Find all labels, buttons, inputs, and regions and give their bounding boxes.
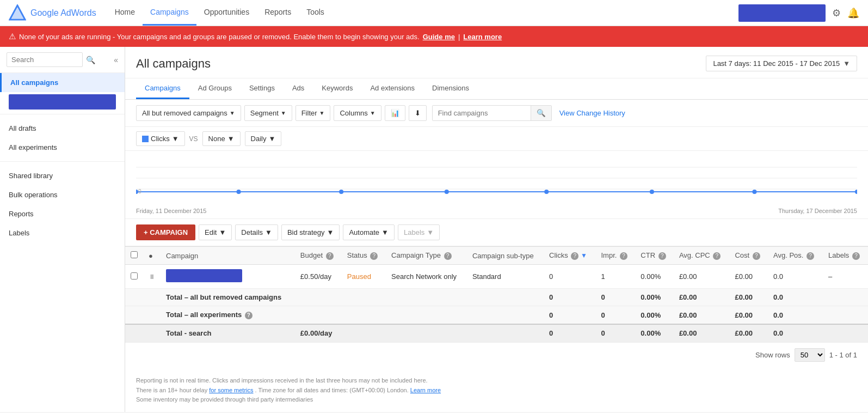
chart-controls: Clicks ▼ VS None ▼ Daily ▼	[125, 127, 868, 151]
sidebar-item-all-campaigns[interactable]: All campaigns	[0, 73, 125, 92]
total-row-1-subtype	[467, 289, 544, 306]
learn-more-link[interactable]: Learn more	[463, 33, 502, 41]
campaigns-table: ● Campaign Budget ? Status ? Campaign Ty	[125, 246, 868, 342]
avg-cpc-help-icon[interactable]: ?	[713, 252, 721, 260]
budget-help-icon[interactable]: ?	[326, 252, 334, 260]
total-row-2-status	[342, 306, 386, 325]
labels-col-header[interactable]: Labels ?	[823, 247, 868, 265]
clicks-col-header[interactable]: Clicks ? ▼	[544, 247, 595, 265]
sidebar-campaign-block[interactable]	[9, 94, 116, 110]
campaign-name-block[interactable]	[166, 269, 242, 282]
sidebar-item-labels[interactable]: Labels	[0, 223, 125, 242]
details-arrow: ▼	[265, 228, 272, 236]
row-campaign-name-cell[interactable]	[161, 265, 295, 289]
ctr-help-icon[interactable]: ?	[658, 252, 666, 260]
avg-pos-col-label: Avg. Pos.	[773, 251, 803, 259]
interval-btn[interactable]: Daily ▼	[245, 131, 282, 146]
settings-icon[interactable]: ⚙	[832, 7, 841, 19]
download-btn[interactable]: ⬇	[409, 105, 427, 121]
metric1-arrow: ▼	[172, 135, 179, 143]
filter-btn[interactable]: Filter ▼	[296, 105, 331, 121]
campaign-type-help-icon[interactable]: ?	[444, 252, 452, 260]
edit-arrow: ▼	[219, 228, 226, 236]
metric2-arrow: ▼	[227, 135, 235, 143]
budget-col-header[interactable]: Budget ?	[295, 247, 342, 265]
add-campaign-btn[interactable]: + CAMPAIGN	[136, 224, 195, 240]
sidebar-item-all-drafts[interactable]: All drafts	[0, 119, 125, 138]
guide-me-link[interactable]: Guide me	[423, 33, 455, 41]
row-checkbox[interactable]	[131, 272, 138, 280]
tab-settings[interactable]: Settings	[241, 78, 284, 99]
tab-ads[interactable]: Ads	[284, 78, 313, 99]
chart-end-date: Thursday, 17 December 2015	[778, 208, 857, 214]
labels-btn[interactable]: Labels ▼	[398, 224, 440, 240]
nav-opportunities[interactable]: Opportunities	[196, 0, 257, 26]
cost-col-header[interactable]: Cost ?	[729, 247, 768, 265]
row-labels-cell: –	[823, 265, 868, 289]
chart-toggle-btn[interactable]: 📊	[385, 105, 405, 121]
account-button[interactable]	[738, 4, 826, 22]
footer-some-metrics-link[interactable]: for some metrics	[209, 387, 253, 393]
campaign-type-col-header[interactable]: Campaign Type ?	[386, 247, 467, 265]
notifications-icon[interactable]: 🔔	[847, 7, 859, 19]
clicks-help-icon[interactable]: ?	[571, 252, 578, 260]
campaign-col-header[interactable]: Campaign	[161, 247, 295, 265]
labels-label: Labels	[404, 228, 424, 236]
sidebar-item-reports[interactable]: Reports	[0, 204, 125, 223]
nav-reports[interactable]: Reports	[257, 0, 299, 26]
status-col-header[interactable]: Status ?	[342, 247, 386, 265]
nav-tools[interactable]: Tools	[299, 0, 332, 26]
edit-btn[interactable]: Edit ▼	[199, 224, 232, 240]
segment-btn[interactable]: Segment ▼	[244, 105, 292, 121]
impr-col-header[interactable]: Impr. ?	[596, 247, 636, 265]
clicks-sort-arrow: ▼	[581, 252, 587, 259]
avg-cpc-col-header[interactable]: Avg. CPC ?	[674, 247, 730, 265]
total-row-2-label-text: Total – all experiments	[166, 311, 242, 319]
sidebar-item-all-experiments[interactable]: All experiments	[0, 138, 125, 157]
tab-campaigns[interactable]: Campaigns	[136, 78, 189, 99]
status-help-icon[interactable]: ?	[370, 252, 378, 260]
select-all-checkbox[interactable]	[131, 251, 138, 258]
svg-point-6	[236, 190, 241, 194]
date-range-selector[interactable]: Last 7 days: 11 Dec 2015 - 17 Dec 2015 ▼	[706, 56, 857, 71]
status-dot: ●	[149, 252, 153, 260]
tab-ad-extensions[interactable]: Ad extensions	[361, 78, 423, 99]
cost-help-icon[interactable]: ?	[753, 252, 760, 260]
download-icon: ⬇	[415, 109, 421, 117]
ctr-col-header[interactable]: CTR ?	[635, 247, 674, 265]
automate-btn[interactable]: Automate ▼	[343, 224, 395, 240]
metric1-btn[interactable]: Clicks ▼	[136, 131, 185, 146]
nav-campaigns[interactable]: Campaigns	[143, 0, 196, 26]
sidebar-label-bulk-operations: Bulk operations	[9, 191, 58, 199]
find-campaigns-input[interactable]	[433, 106, 531, 120]
search-input[interactable]	[7, 52, 83, 67]
details-btn[interactable]: Details ▼	[235, 224, 278, 240]
grand-total-ctr: 0.00%	[635, 324, 674, 342]
find-campaigns-btn[interactable]: 🔍	[531, 106, 551, 120]
alert-icon: ⚠	[9, 32, 16, 41]
columns-arrow: ▼	[370, 110, 375, 116]
columns-btn[interactable]: Columns ▼	[334, 105, 381, 121]
metric2-btn[interactable]: None ▼	[202, 131, 241, 146]
bid-strategy-btn[interactable]: Bid strategy ▼	[281, 224, 340, 240]
labels-help-icon[interactable]: ?	[852, 252, 860, 260]
total-experiments-help[interactable]: ?	[245, 312, 253, 319]
tab-keywords[interactable]: Keywords	[313, 78, 361, 99]
tab-dimensions[interactable]: Dimensions	[423, 78, 478, 99]
sidebar-item-bulk-operations[interactable]: Bulk operations	[0, 185, 125, 204]
total-row-2-label: Total – all experiments ?	[161, 306, 295, 325]
footer-learn-more-link[interactable]: Learn more	[410, 387, 441, 393]
grand-total-type	[386, 324, 467, 342]
view-change-history-link[interactable]: View Change History	[559, 109, 625, 117]
filter-all-removed-btn[interactable]: All but removed campaigns ▼	[136, 105, 241, 121]
sidebar-item-shared-library[interactable]: Shared library	[0, 166, 125, 185]
avg-pos-help-icon[interactable]: ?	[807, 252, 814, 260]
collapse-icon[interactable]: «	[114, 56, 118, 64]
main-layout: 🔍 « All campaigns All drafts All experim…	[0, 47, 868, 412]
nav-home[interactable]: Home	[107, 0, 143, 26]
impr-help-icon[interactable]: ?	[620, 252, 627, 260]
avg-pos-col-header[interactable]: Avg. Pos. ?	[768, 247, 823, 265]
tab-ad-groups[interactable]: Ad Groups	[189, 78, 241, 99]
sub-type-col-header[interactable]: Campaign sub-type	[467, 247, 544, 265]
rows-per-page-select[interactable]: 50 100 250 500	[795, 348, 825, 362]
